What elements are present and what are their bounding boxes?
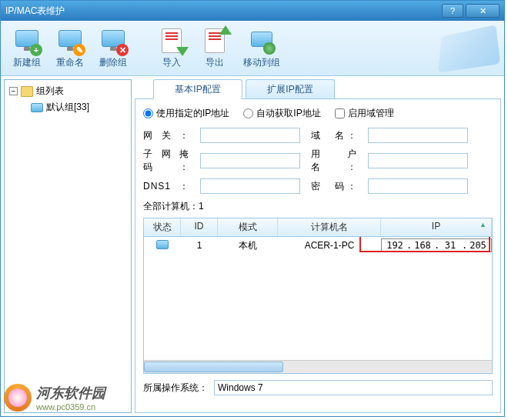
toolbar: + 新建组 ✎ 重命名 ✕ 删除组 导入 导出 移动到组 xyxy=(1,21,504,76)
new-group-label: 新建组 xyxy=(7,56,47,69)
tab-panel: 使用指定的IP地址 自动获取IP地址 启用域管理 网关： 域 名： 子网掩码： … xyxy=(135,98,501,413)
gateway-label: 网关： xyxy=(143,129,189,142)
folder-icon xyxy=(21,86,33,97)
cell-id: 1 xyxy=(181,240,218,251)
rename-label: 重命名 xyxy=(50,56,90,69)
domain-label: 域 名： xyxy=(311,129,357,142)
computer-count: 全部计算机：1 xyxy=(143,200,493,213)
password-input[interactable] xyxy=(368,178,468,194)
delete-group-button[interactable]: ✕ 删除组 xyxy=(93,27,133,69)
tree-item-label: 默认组[33] xyxy=(46,101,89,114)
export-label: 导出 xyxy=(195,56,235,69)
tab-extended-ip[interactable]: 扩展IP配置 xyxy=(246,79,335,99)
user-input[interactable] xyxy=(368,153,468,168)
titlebar: IP/MAC表维护 ? ✕ xyxy=(1,1,504,21)
horizontal-scrollbar[interactable] xyxy=(144,360,492,373)
tab-basic-ip[interactable]: 基本IP配置 xyxy=(153,79,242,99)
user-label: 用 户 名： xyxy=(311,148,357,174)
col-id[interactable]: ID xyxy=(181,218,218,236)
dns1-input[interactable] xyxy=(200,178,300,194)
password-label: 密 码： xyxy=(311,180,357,193)
cell-name: ACER-1-PC xyxy=(278,240,381,251)
table-row[interactable]: 1 本机 ACER-1-PC 192. 168. 31. 205 xyxy=(144,237,492,254)
window-title: IP/MAC表维护 xyxy=(5,5,439,18)
radio-auto-obtain[interactable]: 自动获取IP地址 xyxy=(243,107,320,120)
move-to-group-button[interactable]: 移动到组 xyxy=(238,27,286,69)
monitor-icon xyxy=(31,103,43,112)
status-icon xyxy=(156,240,169,249)
scrollbar-thumb[interactable] xyxy=(144,362,283,372)
domain-input[interactable] xyxy=(368,128,468,143)
grid-header: 状态 ID 模式 计算机名 IP▲ xyxy=(144,218,492,237)
col-name[interactable]: 计算机名 xyxy=(278,218,381,236)
os-label: 所属操作系统： xyxy=(143,382,208,395)
gateway-input[interactable] xyxy=(200,128,300,143)
subnet-input[interactable] xyxy=(200,153,300,168)
computer-grid: 状态 ID 模式 计算机名 IP▲ 1 本机 ACER-1-PC xyxy=(143,218,493,374)
delete-group-label: 删除组 xyxy=(93,56,133,69)
import-label: 导入 xyxy=(152,56,192,69)
cell-ip[interactable]: 192. 168. 31. 205 xyxy=(381,238,492,252)
new-group-button[interactable]: + 新建组 xyxy=(7,27,47,69)
tree-root-label: 组列表 xyxy=(36,85,64,98)
close-button[interactable]: ✕ xyxy=(466,4,500,18)
tree-item-default[interactable]: 默认组[33] xyxy=(31,101,126,114)
rename-button[interactable]: ✎ 重命名 xyxy=(50,27,90,69)
dns1-label: DNS1： xyxy=(143,180,189,193)
tree-root[interactable]: − 组列表 xyxy=(9,85,126,98)
checkbox-enable-domain[interactable]: 启用域管理 xyxy=(335,107,394,120)
grid-body[interactable]: 1 本机 ACER-1-PC 192. 168. 31. 205 xyxy=(144,237,492,360)
export-button[interactable]: 导出 xyxy=(195,27,235,69)
help-button[interactable]: ? xyxy=(442,4,463,18)
col-status[interactable]: 状态 xyxy=(144,218,181,236)
import-button[interactable]: 导入 xyxy=(152,27,192,69)
cell-mode: 本机 xyxy=(218,239,278,252)
os-input[interactable] xyxy=(214,380,493,395)
collapse-icon[interactable]: − xyxy=(9,87,18,95)
toolbar-decor-icon xyxy=(438,25,500,72)
ip-editor[interactable]: 192. 168. 31. 205 xyxy=(381,238,492,252)
move-to-group-label: 移动到组 xyxy=(238,56,286,69)
subnet-label: 子网掩码： xyxy=(143,148,189,174)
radio-use-specified[interactable]: 使用指定的IP地址 xyxy=(143,107,229,120)
sidebar: − 组列表 默认组[33] xyxy=(4,79,132,413)
col-ip[interactable]: IP▲ xyxy=(381,218,492,236)
col-mode[interactable]: 模式 xyxy=(218,218,278,236)
sort-icon: ▲ xyxy=(480,221,486,228)
tabs: 基本IP配置 扩展IP配置 xyxy=(153,79,501,99)
